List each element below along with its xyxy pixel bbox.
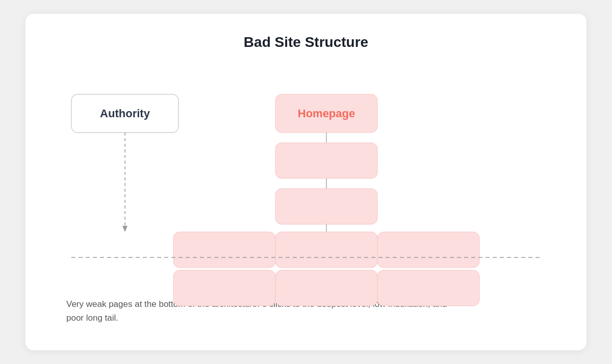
homepage-label: Homepage: [298, 107, 355, 120]
diagram-area: Authority Homepage: [56, 69, 556, 283]
level2-center-box: [275, 143, 377, 178]
level5-right-box: [377, 270, 479, 306]
level3-center-box: [275, 189, 377, 224]
level4-left-box: [173, 232, 275, 268]
level5-left-box: [173, 270, 275, 306]
page-title: Bad Site Structure: [244, 34, 368, 50]
level5-center-box: [275, 270, 377, 306]
authority-arrow: [122, 226, 128, 232]
level4-center-box: [275, 232, 377, 268]
main-card: Bad Site Structure Authority Homepage: [26, 14, 586, 350]
diagram-svg: Authority Homepage: [56, 69, 556, 283]
authority-label: Authority: [100, 107, 150, 120]
level4-right-box: [377, 232, 479, 268]
